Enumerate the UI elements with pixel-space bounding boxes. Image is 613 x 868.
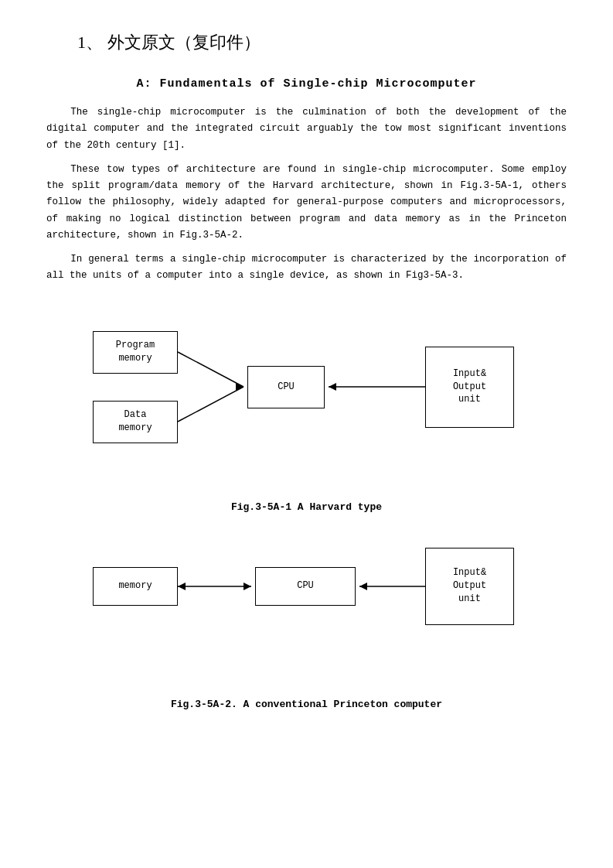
paragraph-1: The single-chip microcomputer is the cul…	[46, 104, 567, 154]
harvard-caption: Fig.3-5A-1 A Harvard type	[46, 501, 567, 513]
harvard-cpu-box: CPU	[247, 366, 325, 408]
page-header: 1、 外文原文（复印件）	[77, 31, 567, 54]
svg-marker-8	[178, 583, 186, 590]
program-memory-label: Programmemory	[116, 339, 155, 365]
section-title: A: Fundamentals of Single-chip Microcomp…	[46, 77, 567, 91]
princeton-cpu-label: CPU	[297, 579, 314, 593]
svg-marker-6	[243, 583, 251, 590]
harvard-io-box: Input&Outputunit	[425, 347, 514, 428]
princeton-io-label: Input&Outputunit	[453, 566, 486, 605]
princeton-memory-box: memory	[93, 567, 178, 606]
harvard-diagram-container: Programmemory Datamemory CPU Input&Outpu…	[46, 316, 567, 494]
princeton-memory-label: memory	[118, 579, 152, 593]
svg-marker-10	[359, 583, 367, 590]
princeton-caption: Fig.3-5A-2. A conventional Princeton com…	[46, 699, 567, 710]
harvard-io-label: Input&Outputunit	[453, 367, 486, 406]
harvard-diagram: Programmemory Datamemory CPU Input&Outpu…	[46, 316, 567, 470]
data-memory-box: Datamemory	[93, 401, 178, 443]
body-text: The single-chip microcomputer is the cul…	[46, 104, 567, 285]
princeton-io-box: Input&Outputunit	[425, 548, 514, 625]
data-memory-label: Datamemory	[118, 408, 152, 435]
svg-line-1	[178, 387, 243, 422]
princeton-diagram: memory CPU Input&Outputunit	[46, 536, 567, 660]
svg-marker-2	[236, 383, 243, 391]
harvard-cpu-label: CPU	[278, 381, 295, 394]
princeton-cpu-box: CPU	[255, 567, 356, 606]
paragraph-2: These tow types of architecture are foun…	[46, 162, 567, 244]
svg-marker-4	[329, 383, 336, 391]
princeton-diagram-container: memory CPU Input&Outputunit	[46, 536, 567, 691]
paragraph-3: In general terms a single-chip microcomp…	[46, 251, 567, 285]
svg-line-0	[178, 352, 243, 387]
program-memory-box: Programmemory	[93, 331, 178, 374]
